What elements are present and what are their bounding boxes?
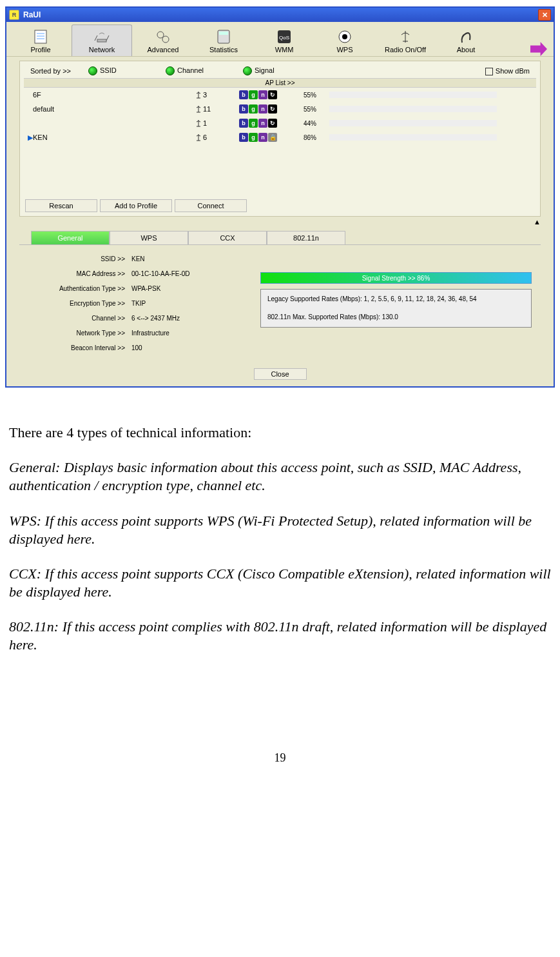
detail-panel: SSID >>KEN MAC Address >>00-1C-10-AA-FE-…: [19, 244, 541, 362]
mode-n-icon: n: [258, 133, 267, 142]
add-to-profile-button[interactable]: Add to Profile: [100, 199, 172, 212]
mac-key: MAC Address >>: [22, 270, 131, 277]
svg-text:QoS: QoS: [279, 35, 289, 41]
qos-icon: QoS: [256, 29, 313, 44]
about-icon: [438, 29, 494, 44]
lock-icon: 🔒: [268, 133, 277, 142]
sort-row: Sorted by >> SSID Channel Signal Show dB…: [24, 64, 536, 78]
ssid-key: SSID >>: [22, 255, 131, 262]
ap-percent: 55%: [304, 92, 329, 99]
ap-channel: 6: [194, 133, 239, 142]
ap-name: default: [33, 105, 194, 113]
mode-n-icon: n: [258, 104, 267, 113]
enc-key: Encryption Type >>: [22, 300, 131, 307]
ap-percent: 55%: [304, 106, 329, 113]
antenna-icon: [194, 90, 203, 99]
ap-badges: bgn🔒: [239, 133, 304, 142]
mode-b-icon: b: [239, 104, 248, 113]
tool-network[interactable]: Network: [72, 25, 132, 56]
ap-channel: 1: [194, 119, 239, 128]
titlebar[interactable]: R RaUI ✕: [6, 8, 554, 22]
tool-radio[interactable]: Radio On/Off: [376, 25, 435, 56]
svg-rect-0: [35, 30, 46, 43]
ap-badges: bgn↻: [239, 90, 304, 99]
bi-key: Beacon Interval >>: [22, 344, 131, 351]
mode-g-icon: g: [249, 90, 258, 99]
sorted-by-label: Sorted by >>: [30, 67, 88, 75]
document-body: There are 4 types of technical informati…: [9, 424, 551, 654]
ap-percent: 44%: [304, 120, 329, 127]
mode-g-icon: g: [249, 119, 258, 128]
ap-row[interactable]: default11bgn↻55%: [24, 102, 536, 116]
rescan-button[interactable]: Rescan: [25, 199, 97, 212]
radio-icon: [377, 29, 434, 44]
mode-b-icon: b: [239, 119, 248, 128]
detail-right: Signal Strength >> 86% Legacy Supported …: [254, 254, 538, 359]
tool-wps[interactable]: WPS: [315, 25, 374, 56]
sort-ssid[interactable]: SSID: [88, 66, 166, 75]
ap-row[interactable]: 6F3bgn↻55%: [24, 88, 536, 102]
mode-b-icon: b: [239, 133, 248, 142]
bi-val: 100: [131, 344, 142, 351]
tool-profile[interactable]: Profile: [11, 25, 70, 56]
svg-rect-4: [97, 39, 106, 42]
ap-list[interactable]: 6F3bgn↻55%default11bgn↻55%1bgn↻44%▶KEN6b…: [24, 88, 536, 197]
antenna-icon: [194, 133, 203, 142]
mac-val: 00-1C-10-AA-FE-0D: [131, 270, 190, 277]
cycle-icon: ↻: [268, 90, 277, 99]
ap-selected-icon: ▶: [28, 133, 33, 142]
wps-icon: [316, 29, 373, 44]
tool-advanced[interactable]: Advanced: [133, 25, 193, 56]
toolbar: Profile Network Advanced Statistics QoS …: [6, 22, 554, 57]
doc-general: General: Displays basic information abou…: [9, 459, 551, 495]
tool-wmm[interactable]: QoS WMM: [255, 25, 314, 56]
show-dbm-check[interactable]: Show dBm: [485, 67, 530, 75]
ssid-val: KEN: [131, 255, 145, 262]
signal-bar: [329, 106, 497, 112]
ap-channel: 3: [194, 90, 239, 99]
collapse-toggle[interactable]: ▲: [19, 217, 541, 227]
rates-box: Legacy Supported Rates (Mbps): 1, 2, 5.5…: [260, 289, 532, 328]
close-button[interactable]: Close: [254, 368, 307, 380]
enc-val: TKIP: [131, 300, 146, 307]
sort-signal[interactable]: Signal: [243, 66, 359, 75]
ap-badges: bgn↻: [239, 119, 304, 128]
auth-key: Authentication Type >>: [22, 285, 131, 292]
tab-80211n[interactable]: 802.11n: [267, 231, 345, 244]
profile-icon: [12, 29, 69, 44]
mode-n-icon: n: [258, 119, 267, 128]
network-icon: [73, 29, 130, 44]
tab-ccx[interactable]: CCX: [188, 231, 267, 244]
window-title: RaUI: [22, 10, 538, 19]
ap-name: KEN: [33, 133, 194, 141]
radio-on-icon: [243, 66, 252, 75]
app-window: R RaUI ✕ Profile Network Advanced Statis…: [5, 6, 555, 388]
checkbox-icon: [485, 68, 493, 75]
auth-val: WPA-PSK: [131, 285, 160, 292]
ap-row[interactable]: 1bgn↻44%: [24, 116, 536, 130]
mode-g-icon: g: [249, 104, 258, 113]
signal-bar: [329, 120, 497, 126]
signal-bar: [329, 134, 497, 141]
arrow-right-icon[interactable]: [530, 42, 547, 56]
connect-button[interactable]: Connect: [175, 199, 247, 212]
tab-general[interactable]: General: [31, 231, 110, 244]
ch-key: Channel >>: [22, 315, 131, 322]
tool-statistics[interactable]: Statistics: [194, 25, 253, 56]
ch-val: 6 <--> 2437 MHz: [131, 315, 180, 322]
svg-point-6: [162, 36, 169, 43]
doc-wps: WPS: If this access point supports WPS (…: [9, 512, 551, 548]
radio-on-icon: [88, 66, 97, 75]
ap-channel: 11: [194, 104, 239, 113]
mode-b-icon: b: [239, 90, 248, 99]
tab-wps[interactable]: WPS: [110, 231, 188, 244]
close-row: Close: [6, 364, 554, 386]
ap-row[interactable]: ▶KEN6bgn🔒86%: [24, 130, 536, 144]
signal-bar: [329, 92, 497, 98]
sort-channel[interactable]: Channel: [166, 66, 243, 75]
close-icon[interactable]: ✕: [538, 9, 551, 21]
page: R RaUI ✕ Profile Network Advanced Statis…: [0, 0, 560, 791]
tool-about[interactable]: About: [436, 25, 496, 56]
cycle-icon: ↻: [268, 104, 277, 113]
ap-list-header: AP List >>: [24, 78, 536, 88]
